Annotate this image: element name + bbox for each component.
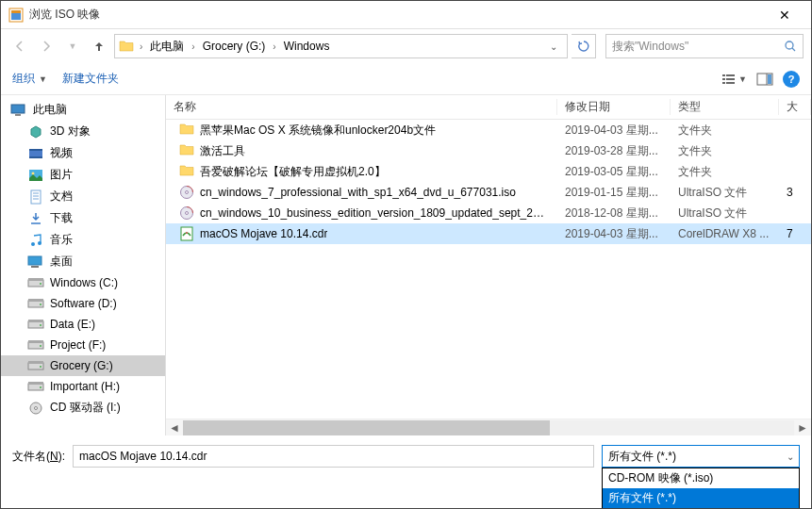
drive-icon [27, 337, 44, 353]
file-row[interactable]: cn_windows_10_business_edition_version_1… [166, 203, 811, 223]
drive-icon [27, 275, 44, 290]
sidebar-item-label: 此电脑 [33, 102, 67, 118]
recent-dropdown[interactable]: ▼ [61, 35, 84, 57]
file-row[interactable]: macOS Mojave 10.14.cdr2019-04-03 星期...Co… [166, 223, 811, 244]
sidebar-item[interactable]: Data (E:) [1, 314, 165, 335]
help-button[interactable]: ? [783, 71, 800, 88]
file-row[interactable]: cn_windows_7_professional_with_sp1_x64_d… [166, 182, 811, 203]
sidebar-item[interactable]: 下载 [1, 207, 165, 229]
music-icon [27, 233, 44, 248]
filename-input[interactable] [73, 445, 594, 468]
search-icon[interactable] [784, 40, 797, 53]
svg-rect-40 [28, 340, 43, 343]
sidebar-item[interactable]: Important (H:) [1, 376, 165, 397]
sidebar-item[interactable]: Project (F:) [1, 335, 165, 355]
desktop-icon [27, 254, 44, 270]
footer: 文件名(N): 所有文件 (*.*) ⌄ CD-ROM 映像 (*.iso)所有… [1, 435, 811, 501]
pc-icon [10, 103, 27, 118]
titlebar: 浏览 ISO 映像 ✕ [1, 1, 811, 29]
scroll-left-icon[interactable]: ◄ [166, 421, 183, 435]
svg-rect-8 [726, 78, 735, 80]
refresh-button[interactable] [572, 34, 596, 58]
download-icon [27, 211, 44, 226]
breadcrumb-item[interactable]: Windows [278, 38, 336, 55]
sidebar-item-label: Project (F:) [50, 338, 106, 352]
svg-rect-2 [11, 10, 21, 13]
organize-button[interactable]: 组织 ▼ [12, 71, 47, 87]
search-box[interactable] [605, 34, 804, 58]
svg-point-32 [40, 283, 41, 285]
address-dropdown[interactable]: ⌄ [544, 41, 563, 52]
horizontal-scrollbar[interactable]: ◄ ► [166, 419, 811, 435]
nav-tree: 此电脑3D 对象视频图片文档下载音乐桌面Windows (C:)Software… [1, 95, 166, 435]
sidebar-item[interactable]: 文档 [1, 186, 165, 207]
view-mode-button[interactable]: ▼ [721, 73, 747, 86]
folder-icon [179, 123, 194, 138]
sidebar-item[interactable]: 桌面 [1, 251, 165, 272]
sidebar-item[interactable]: 此电脑 [1, 99, 165, 121]
address-bar[interactable]: › 此电脑 › Grocery (G:) › Windows ⌄ [114, 34, 568, 58]
svg-rect-14 [11, 105, 25, 113]
sidebar-item-label: 文档 [50, 189, 73, 205]
svg-rect-46 [28, 382, 43, 385]
sidebar-item[interactable]: 图片 [1, 164, 165, 186]
scroll-thumb[interactable] [183, 420, 550, 435]
file-row[interactable]: 黑苹果Mac OS X 系统镜像和unlocker204b文件2019-04-0… [166, 120, 811, 140]
sidebar-item[interactable]: Grocery (G:) [1, 355, 165, 376]
svg-point-44 [40, 366, 41, 368]
filter-option[interactable]: 所有文件 (*.*) [603, 488, 799, 508]
new-folder-button[interactable]: 新建文件夹 [62, 71, 119, 87]
svg-point-38 [40, 324, 41, 326]
chevron-down-icon: ⌄ [787, 452, 794, 462]
scroll-right-icon[interactable]: ► [794, 421, 811, 435]
file-date: 2019-03-05 星期... [557, 164, 671, 180]
file-date: 2019-01-15 星期... [557, 185, 671, 201]
file-type: UltraISO 文件 [671, 205, 779, 222]
up-button[interactable] [88, 35, 110, 57]
filter-selected-label: 所有文件 (*.*) [608, 449, 676, 465]
sidebar-item-label: Important (H:) [50, 380, 120, 393]
sidebar-item[interactable]: Software (D:) [1, 293, 165, 314]
sidebar-item-label: Windows (C:) [50, 276, 118, 289]
sidebar-item-label: Grocery (G:) [50, 359, 113, 372]
close-button[interactable]: ✕ [766, 8, 804, 23]
video-icon [27, 146, 44, 161]
file-type-filter[interactable]: 所有文件 (*.*) ⌄ [602, 445, 800, 468]
iso-icon [179, 185, 194, 200]
nav-toolbar: ▼ › 此电脑 › Grocery (G:) › Windows ⌄ [1, 29, 811, 63]
file-type: 文件夹 [671, 123, 779, 139]
svg-rect-31 [28, 278, 43, 281]
preview-pane-button[interactable] [756, 73, 773, 86]
svg-rect-18 [29, 156, 42, 158]
svg-rect-5 [722, 74, 725, 76]
file-row[interactable]: 激活工具2019-03-28 星期...文件夹 [166, 140, 811, 161]
svg-rect-15 [15, 114, 21, 116]
file-list: 黑苹果Mac OS X 系统镜像和unlocker204b文件2019-04-0… [166, 120, 811, 419]
file-name: cn_windows_7_professional_with_sp1_x64_d… [200, 186, 516, 199]
column-date[interactable]: 修改日期 [557, 99, 671, 115]
sidebar-item[interactable]: Windows (C:) [1, 272, 165, 293]
forward-button[interactable] [35, 35, 58, 57]
filename-label: 文件名(N): [12, 449, 65, 465]
sidebar-item[interactable]: 音乐 [1, 229, 165, 251]
sidebar-item[interactable]: 视频 [1, 142, 165, 164]
breadcrumb-item[interactable]: Grocery (G:) [197, 38, 272, 55]
svg-rect-29 [31, 266, 39, 268]
chevron-icon[interactable]: › [271, 41, 277, 52]
column-name[interactable]: 名称 [166, 99, 557, 115]
sidebar-item-label: CD 驱动器 (I:) [50, 400, 121, 416]
sidebar-item[interactable]: 3D 对象 [1, 121, 165, 142]
svg-rect-28 [28, 256, 41, 265]
svg-point-47 [40, 386, 41, 388]
file-row[interactable]: 吾爱破解论坛【破解专用虚拟机2.0】2019-03-05 星期...文件夹 [166, 161, 811, 182]
chevron-icon[interactable]: › [190, 41, 196, 52]
sidebar-item[interactable]: CD 驱动器 (I:) [1, 397, 165, 419]
file-type: 文件夹 [671, 143, 779, 159]
back-button[interactable] [8, 35, 31, 57]
breadcrumb-item[interactable]: 此电脑 [144, 37, 190, 57]
chevron-icon[interactable]: › [138, 41, 144, 52]
column-size[interactable]: 大 [779, 99, 811, 115]
search-input[interactable] [612, 40, 784, 53]
column-type[interactable]: 类型 [671, 99, 779, 115]
filter-option[interactable]: CD-ROM 映像 (*.iso) [603, 468, 799, 488]
